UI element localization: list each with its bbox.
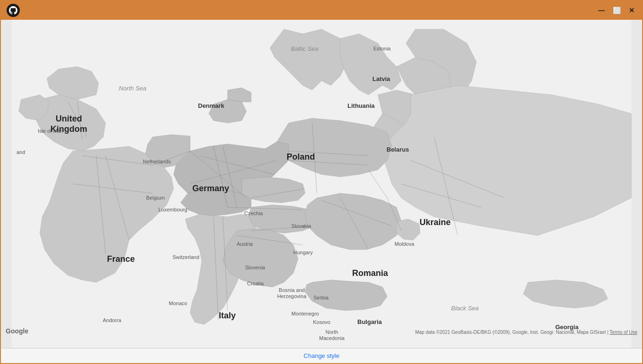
app-icon xyxy=(7,4,20,17)
titlebar: — ⬜ ✕ xyxy=(1,1,642,20)
map-container[interactable]: North Sea Baltic Sea Black Sea UnitedKin… xyxy=(1,20,642,348)
change-style-button[interactable]: Change style xyxy=(298,350,345,361)
map-attribution: Map data ©2021 GeoBasis-DE/BKG (©2009), … xyxy=(415,330,637,335)
google-logo: Google xyxy=(6,327,28,335)
bottom-bar: Change style xyxy=(1,348,642,363)
close-button[interactable]: ✕ xyxy=(627,6,636,15)
minimize-button[interactable]: — xyxy=(597,6,606,15)
titlebar-left xyxy=(7,4,20,17)
map-svg xyxy=(1,20,642,348)
titlebar-controls: — ⬜ ✕ xyxy=(597,6,636,15)
maximize-button[interactable]: ⬜ xyxy=(612,6,621,15)
app-window: — ⬜ ✕ xyxy=(0,0,643,364)
